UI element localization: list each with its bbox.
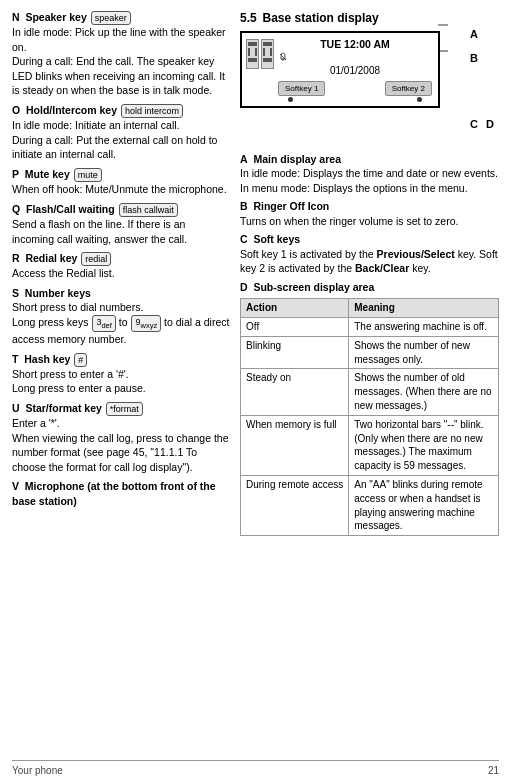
key-desc-u1: Enter a '*'. bbox=[12, 417, 60, 429]
key-name-n: Speaker key bbox=[25, 11, 86, 23]
key-entry-u: U Star/format key *format Enter a '*'. W… bbox=[12, 401, 230, 474]
sub-c: C Soft keys Soft key 1 is activated by t… bbox=[240, 232, 499, 275]
key-entry-s: S Number keys Short press to dial number… bbox=[12, 286, 230, 347]
key-desc-s1: Short press to dial numbers. bbox=[12, 301, 143, 313]
seg-right-v bbox=[255, 48, 257, 56]
key-entry-t: T Hash key # Short press to enter a '#'.… bbox=[12, 352, 230, 396]
meaning-off: The answering machine is off. bbox=[349, 318, 499, 337]
meaning-blinking: Shows the number of new messages only. bbox=[349, 336, 499, 369]
softkey-dot-right bbox=[417, 97, 422, 102]
footer-right: 21 bbox=[488, 765, 499, 776]
section-number: 5.5 bbox=[240, 11, 257, 25]
segment-right bbox=[261, 39, 274, 69]
key-letter-s: S bbox=[12, 287, 19, 299]
seg-bottom2 bbox=[263, 58, 272, 62]
action-steady: Steady on bbox=[241, 369, 349, 415]
key-name-u: Star/format key bbox=[25, 402, 101, 414]
page-container: N Speaker key speaker In idle mode: Pick… bbox=[0, 0, 511, 784]
key-name-p: Mute key bbox=[25, 168, 70, 180]
key-entry-v: V Microphone (at the bottom front of the… bbox=[12, 479, 230, 508]
sub-a-label: A bbox=[240, 153, 248, 165]
segment-displays bbox=[246, 39, 274, 69]
meaning-remote: An "AA" blinks during remote access or w… bbox=[349, 475, 499, 535]
seg-bottom bbox=[248, 58, 257, 62]
key-entry-o: O Hold/Intercom key hold intercom In idl… bbox=[12, 103, 230, 162]
sub-c-name: Soft keys bbox=[253, 233, 300, 245]
footer-left: Your phone bbox=[12, 765, 63, 776]
right-column: 5.5 Base station display bbox=[240, 10, 499, 756]
key-letter-u: U bbox=[12, 402, 20, 414]
meaning-steady: Shows the number of old messages. (When … bbox=[349, 369, 499, 415]
table-row: When memory is full Two horizontal bars … bbox=[241, 415, 499, 475]
key-entry-n: N Speaker key speaker In idle mode: Pick… bbox=[12, 10, 230, 98]
key-desc-q1: Send a flash on the line. If there is an… bbox=[12, 218, 187, 244]
label-c: C bbox=[470, 117, 478, 132]
key-desc-p1: When off hook: Mute/Unmute the microphon… bbox=[12, 183, 227, 195]
key-letter-o: O bbox=[12, 104, 20, 116]
key-desc-u2: When viewing the call log, press to chan… bbox=[12, 432, 229, 473]
sub-d-name: Sub-screen display area bbox=[253, 281, 374, 293]
display-ringer-row bbox=[278, 52, 432, 62]
display-box: TUE 12:00 AM 01/01/2008 bbox=[240, 31, 440, 108]
softkey1-btn[interactable]: Softkey 1 bbox=[278, 81, 325, 96]
table-row: Steady on Shows the number of old messag… bbox=[241, 369, 499, 415]
key-name-r: Redial key bbox=[25, 252, 77, 264]
sub-c-label: C bbox=[240, 233, 248, 245]
ringer-off-icon bbox=[278, 52, 288, 62]
sub-a-name: Main display area bbox=[253, 153, 341, 165]
col-meaning: Meaning bbox=[349, 299, 499, 318]
key-letter-n: N bbox=[12, 11, 20, 23]
softkey-dots-row bbox=[278, 97, 432, 102]
key-9-icon: 9wxyz bbox=[131, 315, 161, 332]
sub-c-desc: Soft key 1 is activated by the Previous/… bbox=[240, 248, 498, 274]
key-desc-t2: Long press to enter a pause. bbox=[12, 382, 146, 394]
key-letter-v: V bbox=[12, 480, 19, 492]
key-3-icon: 3def bbox=[92, 315, 115, 332]
col-action: Action bbox=[241, 299, 349, 318]
table-header-row: Action Meaning bbox=[241, 299, 499, 318]
star-format-icon: *format bbox=[106, 402, 143, 416]
segment-left bbox=[246, 39, 259, 69]
key-desc-o2: During a call: Put the external call on … bbox=[12, 134, 217, 160]
hash-icon: # bbox=[74, 353, 87, 367]
key-name-s: Number keys bbox=[25, 287, 91, 299]
display-date: 01/01/2008 bbox=[278, 64, 432, 78]
label-d: D bbox=[486, 117, 494, 132]
seg-top bbox=[248, 42, 257, 46]
left-column: N Speaker key speaker In idle mode: Pick… bbox=[12, 10, 230, 756]
key-desc-s2: Long press keys bbox=[12, 316, 91, 328]
softkey2-btn[interactable]: Softkey 2 bbox=[385, 81, 432, 96]
hold-intercom-icon: hold intercom bbox=[121, 104, 183, 118]
action-table: Action Meaning Off The answering machine… bbox=[240, 298, 499, 536]
display-mockup-wrapper: TUE 12:00 AM 01/01/2008 bbox=[240, 31, 450, 108]
key-letter-r: R bbox=[12, 252, 20, 264]
sub-b-desc: Turns on when the ringer volume is set t… bbox=[240, 215, 458, 227]
action-memory-full: When memory is full bbox=[241, 415, 349, 475]
table-row: Off The answering machine is off. bbox=[241, 318, 499, 337]
mute-icon: mute bbox=[74, 168, 102, 182]
sub-d: D Sub-screen display area bbox=[240, 280, 499, 294]
action-remote: During remote access bbox=[241, 475, 349, 535]
key-desc-o1: In idle mode: Initiate an internal call. bbox=[12, 119, 180, 131]
sub-b-label: B bbox=[240, 200, 248, 212]
key-letter-t: T bbox=[12, 353, 18, 365]
key-desc-r1: Access the Redial list. bbox=[12, 267, 115, 279]
table-row: Blinking Shows the number of new message… bbox=[241, 336, 499, 369]
softkey-row: Softkey 1 Softkey 2 bbox=[278, 81, 432, 96]
footer: Your phone 21 bbox=[12, 760, 499, 776]
display-inner: TUE 12:00 AM 01/01/2008 bbox=[246, 37, 432, 102]
svg-point-1 bbox=[282, 59, 284, 61]
sub-a-desc: In idle mode: Displays the time and date… bbox=[240, 167, 498, 193]
action-off: Off bbox=[241, 318, 349, 337]
key-name-v: Microphone (at the bottom front of the b… bbox=[12, 480, 216, 506]
key-desc-n1: In idle mode: Pick up the line with the … bbox=[12, 26, 226, 52]
redial-icon: redial bbox=[81, 252, 111, 266]
key-desc-t1: Short press to enter a '#'. bbox=[12, 368, 129, 380]
seg-right-v2 bbox=[270, 48, 272, 56]
display-time: TUE 12:00 AM bbox=[278, 37, 432, 51]
key-letter-p: P bbox=[12, 168, 19, 180]
key-name-o: Hold/Intercom key bbox=[26, 104, 117, 116]
label-a: A bbox=[470, 27, 478, 42]
table-row: During remote access An "AA" blinks duri… bbox=[241, 475, 499, 535]
speaker-icon: speaker bbox=[91, 11, 131, 25]
